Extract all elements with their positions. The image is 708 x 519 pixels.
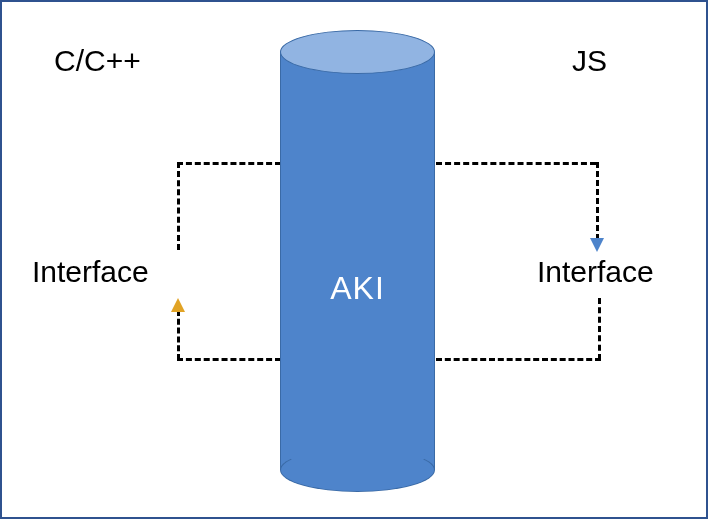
cylinder-body — [280, 52, 435, 470]
gold-arrow-segment — [436, 358, 601, 361]
gold-arrow-head — [171, 298, 185, 312]
label-interface-left: Interface — [32, 255, 149, 289]
blue-arrow-segment — [177, 162, 281, 165]
gold-arrow-segment — [177, 358, 281, 361]
diagram-frame: C/C++ JS Interface Interface AKI — [0, 0, 708, 519]
blue-arrow-segment — [436, 162, 596, 165]
cylinder-bottom — [280, 448, 435, 492]
aki-cylinder: AKI — [280, 30, 435, 490]
gold-arrow-segment — [598, 298, 601, 360]
gold-arrow-segment — [177, 310, 180, 360]
label-interface-right: Interface — [537, 255, 654, 289]
blue-arrow-segment — [177, 162, 180, 250]
cylinder-label: AKI — [280, 270, 435, 307]
cylinder-top — [280, 30, 435, 74]
blue-arrow-segment — [596, 162, 599, 240]
blue-arrow-head — [590, 238, 604, 252]
label-js: JS — [572, 44, 607, 78]
label-c-cpp: C/C++ — [54, 44, 141, 78]
